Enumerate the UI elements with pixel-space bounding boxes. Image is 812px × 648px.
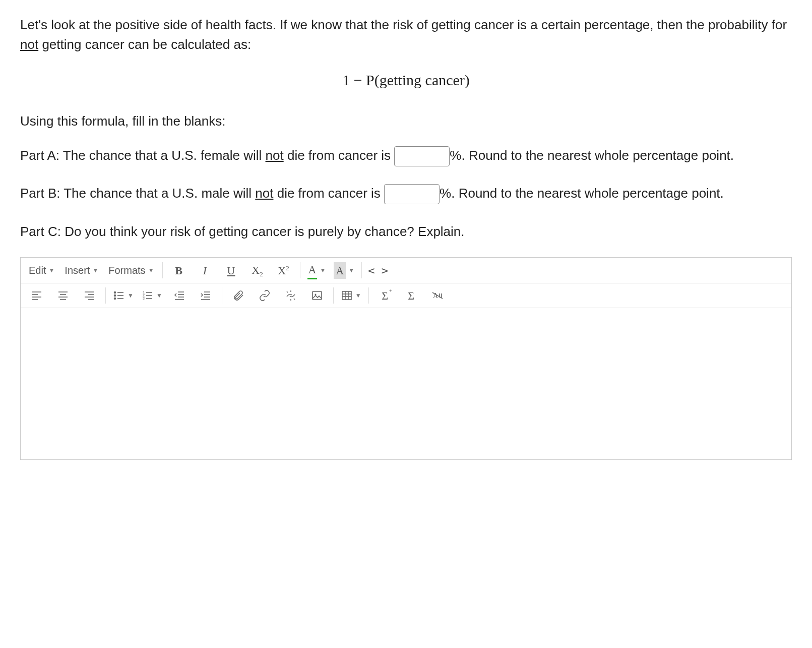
equation-new-button[interactable]: Σ+ xyxy=(372,285,398,306)
superscript-button[interactable]: X2 xyxy=(271,260,297,280)
separator xyxy=(105,287,106,304)
strikethrough-code-button[interactable]: A xyxy=(424,285,451,306)
intro-text-b: getting cancer can be calculated as: xyxy=(38,37,251,52)
bullet-list-button[interactable]: ▼ xyxy=(109,285,138,306)
outdent-icon xyxy=(173,289,185,302)
edit-menu[interactable]: Edit ▼ xyxy=(24,260,59,281)
bg-color-icon: A xyxy=(334,262,346,279)
link-button[interactable] xyxy=(252,285,278,306)
caret-down-icon: ▼ xyxy=(128,291,134,300)
align-left-button[interactable] xyxy=(24,285,50,306)
part-b: Part B: The chance that a U.S. male will… xyxy=(20,181,792,206)
italic-button[interactable]: I xyxy=(192,260,218,280)
text-color-button[interactable]: A ▼ xyxy=(303,260,330,280)
subscript-icon: X2 xyxy=(252,262,263,279)
indent-icon xyxy=(200,289,212,302)
caret-down-icon: ▼ xyxy=(48,266,54,275)
separator xyxy=(300,262,300,278)
intro-text-a: Let's look at the positive side of healt… xyxy=(20,17,787,32)
align-center-button[interactable] xyxy=(50,285,76,306)
insert-menu-label: Insert xyxy=(65,263,90,278)
underline-button[interactable]: U xyxy=(218,260,244,280)
intro-paragraph: Let's look at the positive side of healt… xyxy=(20,15,792,54)
svg-text:3: 3 xyxy=(143,297,145,300)
italic-icon: I xyxy=(203,262,207,279)
part-b-not: not xyxy=(255,186,273,201)
rich-text-editor: Edit ▼ Insert ▼ Formats ▼ B I U X2 X2 A … xyxy=(20,257,792,460)
numbered-list-icon: 123 xyxy=(142,289,154,302)
svg-rect-36 xyxy=(313,291,322,300)
subscript-button[interactable]: X2 xyxy=(244,260,271,280)
formats-menu[interactable]: Formats ▼ xyxy=(103,260,159,281)
formats-menu-label: Formats xyxy=(108,263,145,278)
indent-button[interactable] xyxy=(193,285,219,306)
part-a-mid: die from cancer is xyxy=(284,148,395,163)
image-icon xyxy=(311,289,323,302)
part-a-not: not xyxy=(266,148,284,163)
formula: 1 − P(getting cancer) xyxy=(20,69,792,91)
svg-point-14 xyxy=(114,298,116,300)
part-c: Part C: Do you think your risk of gettin… xyxy=(20,219,792,244)
part-a-input[interactable] xyxy=(394,146,450,166)
svg-rect-38 xyxy=(342,291,351,300)
bullet-list-icon xyxy=(113,289,125,302)
code-button[interactable]: < > xyxy=(365,260,391,280)
edit-menu-label: Edit xyxy=(29,263,46,278)
part-b-input[interactable] xyxy=(384,184,440,204)
paperclip-icon xyxy=(232,289,244,302)
table-icon xyxy=(341,289,353,302)
sigma-plus-icon: Σ+ xyxy=(382,287,388,304)
caret-down-icon: ▼ xyxy=(92,266,98,275)
align-right-icon xyxy=(83,289,95,302)
part-a-post: %. Round to the nearest whole percentage… xyxy=(450,148,734,163)
separator xyxy=(361,262,362,278)
intro-not: not xyxy=(20,37,38,52)
toolbar-row-2: ▼ 123 ▼ ▼ Σ+ xyxy=(21,283,791,308)
unlink-button[interactable] xyxy=(278,285,304,306)
svg-line-33 xyxy=(294,299,295,300)
instruction: Using this formula, fill in the blanks: xyxy=(20,111,792,131)
attachment-button[interactable] xyxy=(225,285,252,306)
align-center-icon xyxy=(57,289,69,302)
align-right-button[interactable] xyxy=(76,285,102,306)
separator xyxy=(368,287,369,304)
svg-point-13 xyxy=(114,295,116,297)
caret-down-icon: ▼ xyxy=(355,291,361,300)
table-button[interactable]: ▼ xyxy=(337,285,365,306)
superscript-icon: X2 xyxy=(278,262,289,279)
part-a-pre: Part A: The chance that a U.S. female wi… xyxy=(20,148,266,163)
link-icon xyxy=(259,289,271,302)
part-b-pre: Part B: The chance that a U.S. male will xyxy=(20,186,255,201)
insert-menu[interactable]: Insert ▼ xyxy=(59,260,103,281)
strike-code-icon: A xyxy=(431,289,444,302)
text-color-icon: A xyxy=(307,261,318,279)
code-icon: < > xyxy=(368,262,388,279)
align-left-icon xyxy=(31,289,43,302)
part-b-mid: die from cancer is xyxy=(273,186,384,201)
caret-down-icon: ▼ xyxy=(156,291,162,300)
image-button[interactable] xyxy=(304,285,330,306)
part-b-post: %. Round to the nearest whole percentage… xyxy=(440,186,724,201)
bold-icon: B xyxy=(175,262,182,279)
bg-color-button[interactable]: A ▼ xyxy=(330,260,358,280)
outdent-button[interactable] xyxy=(166,285,193,306)
sigma-icon: Σ xyxy=(408,287,414,304)
part-a: Part A: The chance that a U.S. female wi… xyxy=(20,143,792,168)
unlink-icon xyxy=(285,289,297,302)
caret-down-icon: ▼ xyxy=(348,266,354,275)
svg-line-32 xyxy=(287,291,288,292)
editor-body[interactable] xyxy=(21,308,791,459)
separator xyxy=(162,262,163,278)
caret-down-icon: ▼ xyxy=(320,266,326,275)
toolbar-row-1: Edit ▼ Insert ▼ Formats ▼ B I U X2 X2 A … xyxy=(21,258,791,283)
separator xyxy=(333,287,334,304)
separator xyxy=(222,287,222,304)
numbered-list-button[interactable]: 123 ▼ xyxy=(138,285,166,306)
svg-point-12 xyxy=(114,292,116,293)
underline-icon: U xyxy=(227,262,235,279)
equation-button[interactable]: Σ xyxy=(398,285,424,306)
bold-button[interactable]: B xyxy=(166,260,192,280)
caret-down-icon: ▼ xyxy=(148,266,154,275)
